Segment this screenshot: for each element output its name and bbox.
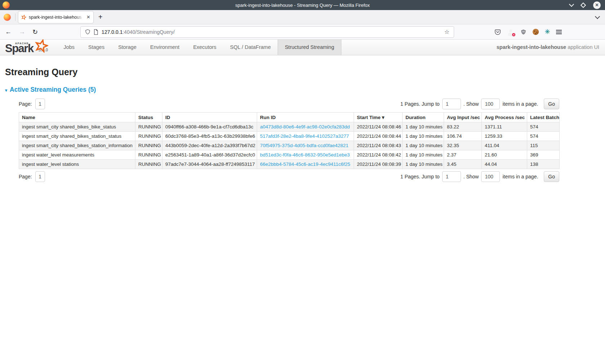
tab-close-icon[interactable]: ✕ bbox=[86, 14, 90, 20]
column-header-latest-batch[interactable]: Latest Batch bbox=[527, 113, 560, 122]
nav-tab-jobs[interactable]: Jobs bbox=[57, 40, 81, 55]
items-per-page-input[interactable] bbox=[481, 99, 500, 109]
page-number-input[interactable] bbox=[35, 171, 45, 182]
column-header-status[interactable]: Status bbox=[135, 113, 162, 122]
cell-start-time: 2022/11/24 08:08:43 bbox=[354, 141, 403, 150]
cell-id: 0940ff66-a308-466b-9e1a-cf7cd6dba13c bbox=[162, 122, 257, 132]
list-all-tabs-icon[interactable] bbox=[595, 14, 600, 19]
column-header-run-id[interactable]: Run ID bbox=[257, 113, 354, 122]
page-number-input[interactable] bbox=[35, 99, 45, 109]
tab-separator bbox=[15, 14, 15, 21]
cell-run-id: 70f54975-375d-4d05-bdfa-ccd0fae42821 bbox=[257, 141, 354, 150]
collapse-arrow-icon: ▾ bbox=[5, 88, 7, 93]
new-tab-button[interactable]: + bbox=[98, 13, 103, 21]
cell-status: RUNNING bbox=[135, 132, 162, 141]
cell-name: ingest smart_city shared_bikes_bike_stat… bbox=[19, 122, 135, 132]
nav-tab-structured-streaming[interactable]: Structured Streaming bbox=[278, 40, 341, 55]
cell-avg-input: 2.37 bbox=[444, 150, 482, 160]
cell-avg-input: 106.74 bbox=[444, 132, 482, 141]
browser-tab-bar: spark-ingest-into-lakehous ✕ + bbox=[0, 10, 605, 24]
cell-avg-process: 44.04 bbox=[482, 160, 527, 169]
run-id-link[interactable]: 70f54975-375d-4d05-bdfa-ccd0fae42821 bbox=[260, 143, 348, 148]
pocket-icon[interactable] bbox=[494, 29, 501, 35]
browser-tab[interactable]: spark-ingest-into-lakehous ✕ bbox=[18, 12, 93, 23]
spark-logo[interactable]: APACHE Spark bbox=[4, 40, 36, 55]
page-title: Streaming Query bbox=[5, 67, 600, 77]
firefox-logo-icon bbox=[3, 1, 10, 9]
url-host: 127.0.0.1 bbox=[102, 29, 122, 35]
jump-to-input[interactable] bbox=[442, 99, 461, 109]
pages-count-label: 1 Pages. Jump to bbox=[400, 101, 440, 107]
cookie-extension-icon[interactable] bbox=[533, 29, 539, 35]
firefox-view-icon[interactable] bbox=[4, 14, 11, 21]
asterisk-extension-icon[interactable]: ✳ bbox=[545, 28, 550, 36]
table-zone: Page: 1 Pages. Jump to . Show items in a… bbox=[19, 99, 559, 182]
cell-avg-process: 1259.33 bbox=[482, 132, 527, 141]
jump-to-input[interactable] bbox=[442, 171, 461, 182]
cell-id: e2563451-1a89-40a1-a86f-36d37d2ecfc0 bbox=[162, 150, 257, 160]
table-row: ingest smart_city shared_bikes_station_i… bbox=[19, 141, 560, 150]
ublock-shield-icon[interactable]: UO bbox=[520, 29, 526, 35]
cell-avg-input: 3.45 bbox=[444, 160, 482, 169]
items-label: items in a page. bbox=[502, 174, 538, 179]
cell-name: ingest smart_city shared_bikes_station_i… bbox=[19, 141, 135, 150]
run-id-link[interactable]: 517afd3f-28e2-4ba8-9fe4-4102527a3277 bbox=[260, 133, 349, 139]
column-header-start-time[interactable]: Start Time ▾ bbox=[354, 113, 403, 122]
column-header-duration[interactable]: Duration bbox=[403, 113, 444, 122]
window-minimize-icon[interactable] bbox=[569, 1, 574, 6]
table-body: ingest smart_city shared_bikes_bike_stat… bbox=[19, 122, 560, 169]
table-row: ingest water_level stationsRUNNING97adc7… bbox=[19, 160, 560, 169]
run-id-link[interactable]: bd51ed3c-f0fa-46c6-8632-950e5ed1ebe3 bbox=[260, 152, 350, 158]
cell-start-time: 2022/11/24 08:08:46 bbox=[354, 122, 403, 132]
nav-tab-executors[interactable]: Executors bbox=[186, 40, 223, 55]
window-close-icon[interactable]: ✕ bbox=[593, 1, 601, 9]
nav-tab-environment[interactable]: Environment bbox=[143, 40, 186, 55]
column-header-avg-input-sec[interactable]: Avg Input /sec bbox=[444, 113, 482, 122]
bookmark-star-icon[interactable]: ☆ bbox=[444, 28, 449, 35]
page-content: Streaming Query ▾ Active Streaming Queri… bbox=[0, 55, 605, 190]
run-id-link[interactable]: 66e2bbb4-5784-45c6-ac19-4ec9411c6f25 bbox=[260, 161, 350, 167]
go-button[interactable]: Go bbox=[544, 171, 559, 182]
active-queries-section-header[interactable]: ▾ Active Streaming Queries (5) bbox=[5, 86, 600, 94]
items-per-page-input[interactable] bbox=[481, 171, 500, 182]
cell-latest-batch: 138 bbox=[527, 160, 560, 169]
cell-latest-batch: 369 bbox=[527, 150, 560, 160]
cell-status: RUNNING bbox=[135, 141, 162, 150]
run-id-link[interactable]: a0473d8d-80e6-4e9f-ac98-02e0cfa283dd bbox=[260, 124, 350, 129]
column-header-id[interactable]: ID bbox=[162, 113, 257, 122]
cell-duration: 1 day 10 minutes bbox=[403, 122, 444, 132]
back-button[interactable]: ← bbox=[5, 28, 12, 36]
cell-id: 443b0059-2dec-40fe-a12d-2a393f7b67d2 bbox=[162, 141, 257, 150]
account-profile-icon[interactable]: ✕ bbox=[507, 28, 514, 36]
page-info-icon[interactable] bbox=[94, 29, 98, 35]
menu-hamburger-icon[interactable] bbox=[556, 30, 562, 34]
items-label: items in a page. bbox=[502, 101, 538, 107]
reload-button[interactable]: ↻ bbox=[32, 28, 38, 36]
cell-duration: 1 day 10 minutes bbox=[403, 160, 444, 169]
show-label: . Show bbox=[463, 101, 479, 107]
cell-id: 97adc7e7-3044-4064-aa28-ff7249853117 bbox=[162, 160, 257, 169]
page-label: Page: bbox=[19, 101, 32, 107]
window-maximize-icon[interactable] bbox=[581, 2, 586, 8]
column-header-avg-process-sec[interactable]: Avg Process /sec bbox=[482, 113, 527, 122]
cell-duration: 1 day 10 minutes bbox=[403, 141, 444, 150]
url-bar[interactable]: 127.0.0.1:4040/StreamingQuery/ ☆ bbox=[80, 26, 454, 38]
browser-toolbar: ← → ↻ 127.0.0.1:4040/StreamingQuery/ ☆ ✕… bbox=[0, 24, 605, 40]
cell-name: ingest water_level stations bbox=[19, 160, 135, 169]
table-row: ingest smart_city shared_bikes_bike_stat… bbox=[19, 122, 560, 132]
application-name: spark-ingest-into-lakehouse bbox=[497, 44, 566, 50]
column-header-name[interactable]: Name bbox=[19, 113, 135, 122]
cell-latest-batch: 115 bbox=[527, 141, 560, 150]
cell-status: RUNNING bbox=[135, 150, 162, 160]
nav-tab-stages[interactable]: Stages bbox=[81, 40, 111, 55]
page-label: Page: bbox=[19, 174, 32, 179]
shield-permissions-icon[interactable] bbox=[85, 29, 90, 35]
cell-avg-process: 21.60 bbox=[482, 150, 527, 160]
forward-button: → bbox=[19, 28, 25, 36]
cell-start-time: 2022/11/24 08:08:44 bbox=[354, 132, 403, 141]
cell-avg-input: 83.22 bbox=[444, 122, 482, 132]
nav-tab-sql-dataframe[interactable]: SQL / DataFrame bbox=[223, 40, 278, 55]
go-button[interactable]: Go bbox=[544, 99, 559, 109]
application-ui-suffix: application UI bbox=[566, 44, 599, 50]
nav-tab-storage[interactable]: Storage bbox=[111, 40, 143, 55]
